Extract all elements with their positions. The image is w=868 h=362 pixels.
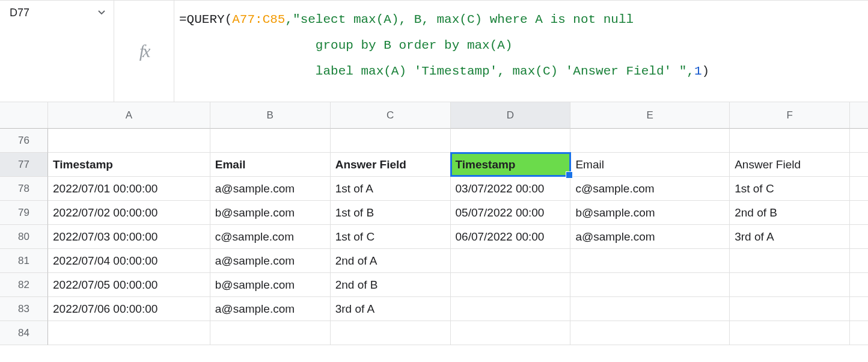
cell-E82[interactable] [570,273,730,297]
select-all-corner[interactable] [0,102,48,129]
row-76: 76 [0,129,868,153]
cell-G77[interactable] [850,153,868,177]
cell-C82[interactable]: 2nd of B [331,273,451,297]
row-79: 792022/07/02 00:00:00b@sample.com1st of … [0,201,868,225]
cell-G80[interactable] [850,225,868,249]
cell-D79[interactable]: 05/07/2022 00:00 [451,201,571,225]
row-80: 802022/07/03 00:00:00c@sample.com1st of … [0,225,868,249]
cell-A76[interactable] [48,129,210,153]
col-header-D[interactable]: D [451,102,571,129]
cell-B76[interactable] [210,129,331,153]
name-box-wrap: D77 [0,1,114,102]
formula-bar: D77 fx =QUERY(A77:C85,"select max(A), B,… [0,0,868,102]
cell-C81[interactable]: 2nd of A [331,249,451,273]
cell-C79[interactable]: 1st of B [331,201,451,225]
col-header-A[interactable]: A [48,102,210,129]
cell-G81[interactable] [850,249,868,273]
row-header[interactable]: 80 [0,225,48,249]
col-header-C[interactable]: C [331,102,451,129]
row-header[interactable]: 77 [0,153,48,177]
cell-D77[interactable]: Timestamp [451,153,571,177]
col-header-E[interactable]: E [570,102,730,129]
cell-B82[interactable]: b@sample.com [210,273,331,297]
cell-G82[interactable] [850,273,868,297]
cell-B78[interactable]: a@sample.com [210,177,331,201]
row-header[interactable]: 76 [0,129,48,153]
name-box[interactable]: D77 [0,1,114,25]
cell-B80[interactable]: c@sample.com [210,225,331,249]
cell-E80[interactable]: a@sample.com [570,225,730,249]
cell-C76[interactable] [331,129,451,153]
row-header[interactable]: 84 [0,321,48,345]
cell-B83[interactable]: a@sample.com [210,297,331,321]
cell-E77[interactable]: Email [570,153,730,177]
cell-G76[interactable] [850,129,868,153]
cell-C77[interactable]: Answer Field [331,153,451,177]
cell-E84[interactable] [570,321,730,345]
cell-D76[interactable] [451,129,571,153]
formula-input[interactable]: =QUERY(A77:C85,"select max(A), B, max(C)… [174,1,868,102]
cell-D81[interactable] [451,249,571,273]
cell-A79[interactable]: 2022/07/02 00:00:00 [48,201,210,225]
cell-D83[interactable] [451,297,571,321]
cell-B79[interactable]: b@sample.com [210,201,331,225]
cell-B77[interactable]: Email [210,153,331,177]
cell-F79[interactable]: 2nd of B [730,201,850,225]
cell-C84[interactable] [331,321,451,345]
row-82: 822022/07/05 00:00:00b@sample.com2nd of … [0,273,868,297]
cell-D78[interactable]: 03/07/2022 00:00 [451,177,571,201]
cell-F78[interactable]: 1st of C [730,177,850,201]
cell-E79[interactable]: b@sample.com [570,201,730,225]
cell-F82[interactable] [730,273,850,297]
cell-A81[interactable]: 2022/07/04 00:00:00 [48,249,210,273]
row-header[interactable]: 81 [0,249,48,273]
cell-A78[interactable]: 2022/07/01 00:00:00 [48,177,210,201]
cell-F80[interactable]: 3rd of A [730,225,850,249]
row-84: 84 [0,321,868,345]
name-box-value: D77 [10,7,98,19]
row-header[interactable]: 78 [0,177,48,201]
cell-B84[interactable] [210,321,331,345]
row-header[interactable]: 83 [0,297,48,321]
cell-A83[interactable]: 2022/07/06 00:00:00 [48,297,210,321]
cell-E76[interactable] [570,129,730,153]
cell-A82[interactable]: 2022/07/05 00:00:00 [48,273,210,297]
column-headers: A B C D E F [0,102,868,129]
cell-D84[interactable] [451,321,571,345]
row-header[interactable]: 79 [0,201,48,225]
cell-C83[interactable]: 3rd of A [331,297,451,321]
row-81: 812022/07/04 00:00:00a@sample.com2nd of … [0,249,868,273]
cell-F84[interactable] [730,321,850,345]
cell-G83[interactable] [850,297,868,321]
cell-G79[interactable] [850,201,868,225]
cell-G78[interactable] [850,177,868,201]
cell-A77[interactable]: Timestamp [48,153,210,177]
cell-A80[interactable]: 2022/07/03 00:00:00 [48,225,210,249]
cell-D80[interactable]: 06/07/2022 00:00 [451,225,571,249]
fx-icon: fx [139,41,149,61]
col-header-F[interactable]: F [730,102,850,129]
cell-F83[interactable] [730,297,850,321]
cell-C80[interactable]: 1st of C [331,225,451,249]
row-83: 832022/07/06 00:00:00a@sample.com3rd of … [0,297,868,321]
cell-E78[interactable]: c@sample.com [570,177,730,201]
cell-E81[interactable] [570,249,730,273]
chevron-down-icon[interactable] [98,10,105,15]
cell-A84[interactable] [48,321,210,345]
col-header-B[interactable]: B [210,102,331,129]
cell-E83[interactable] [570,297,730,321]
spreadsheet-grid[interactable]: A B C D E F 7677TimestampEmailAnswer Fie… [0,102,868,345]
cell-B81[interactable]: a@sample.com [210,249,331,273]
cell-C78[interactable]: 1st of A [331,177,451,201]
cell-F77[interactable]: Answer Field [730,153,850,177]
cell-D82[interactable] [451,273,571,297]
cell-F76[interactable] [730,129,850,153]
cell-G84[interactable] [850,321,868,345]
row-header[interactable]: 82 [0,273,48,297]
row-78: 782022/07/01 00:00:00a@sample.com1st of … [0,177,868,201]
name-box-filler [0,25,114,102]
row-77: 77TimestampEmailAnswer FieldTimestampEma… [0,153,868,177]
cell-F81[interactable] [730,249,850,273]
fx-label: fx [114,1,174,102]
col-header-overflow [850,102,868,129]
